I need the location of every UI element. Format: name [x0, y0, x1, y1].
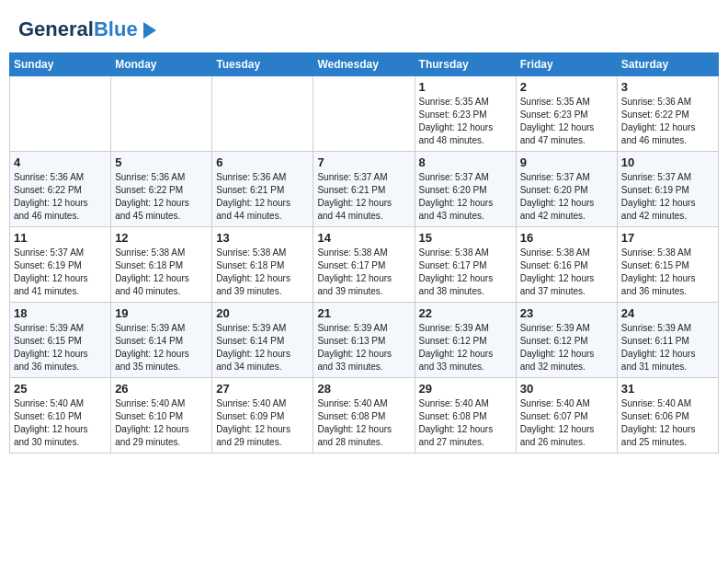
calendar-cell: 12Sunrise: 5:38 AM Sunset: 6:18 PM Dayli…	[111, 227, 212, 303]
logo-text: GeneralBlue	[18, 18, 138, 40]
day-number: 1	[419, 80, 512, 94]
day-number: 19	[115, 306, 208, 320]
day-info: Sunrise: 5:36 AM Sunset: 6:22 PM Dayligh…	[115, 171, 208, 223]
day-info: Sunrise: 5:36 AM Sunset: 6:21 PM Dayligh…	[216, 171, 309, 223]
day-number: 15	[419, 231, 512, 245]
calendar-cell: 10Sunrise: 5:37 AM Sunset: 6:19 PM Dayli…	[617, 152, 718, 227]
day-number: 16	[520, 231, 613, 245]
day-number: 21	[317, 306, 410, 320]
calendar-cell: 22Sunrise: 5:39 AM Sunset: 6:12 PM Dayli…	[415, 303, 516, 378]
calendar-week-row: 4Sunrise: 5:36 AM Sunset: 6:22 PM Daylig…	[10, 152, 719, 227]
calendar-cell	[313, 76, 415, 152]
day-number: 14	[317, 231, 410, 245]
day-info: Sunrise: 5:36 AM Sunset: 6:22 PM Dayligh…	[14, 171, 107, 223]
day-info: Sunrise: 5:40 AM Sunset: 6:09 PM Dayligh…	[216, 397, 309, 449]
day-info: Sunrise: 5:37 AM Sunset: 6:19 PM Dayligh…	[14, 247, 107, 298]
day-info: Sunrise: 5:39 AM Sunset: 6:15 PM Dayligh…	[14, 322, 107, 373]
day-of-week-header: Monday	[111, 53, 212, 76]
calendar-cell: 26Sunrise: 5:40 AM Sunset: 6:10 PM Dayli…	[111, 378, 212, 454]
calendar-cell: 31Sunrise: 5:40 AM Sunset: 6:06 PM Dayli…	[617, 378, 718, 454]
calendar-cell: 14Sunrise: 5:38 AM Sunset: 6:17 PM Dayli…	[313, 227, 415, 303]
day-number: 4	[14, 155, 107, 169]
day-number: 8	[419, 155, 512, 169]
day-info: Sunrise: 5:40 AM Sunset: 6:08 PM Dayligh…	[419, 397, 512, 449]
day-number: 30	[520, 382, 613, 396]
day-of-week-header: Friday	[516, 53, 617, 76]
calendar-cell	[212, 76, 313, 152]
calendar-cell: 4Sunrise: 5:36 AM Sunset: 6:22 PM Daylig…	[10, 152, 111, 227]
page-header: GeneralBlue	[9, 9, 719, 45]
calendar-week-row: 18Sunrise: 5:39 AM Sunset: 6:15 PM Dayli…	[10, 303, 719, 378]
day-info: Sunrise: 5:40 AM Sunset: 6:08 PM Dayligh…	[317, 397, 410, 449]
calendar-week-row: 1Sunrise: 5:35 AM Sunset: 6:23 PM Daylig…	[10, 76, 719, 152]
day-number: 26	[115, 382, 208, 396]
calendar-cell: 18Sunrise: 5:39 AM Sunset: 6:15 PM Dayli…	[10, 303, 111, 378]
calendar-cell: 2Sunrise: 5:35 AM Sunset: 6:23 PM Daylig…	[516, 76, 617, 152]
day-info: Sunrise: 5:39 AM Sunset: 6:13 PM Dayligh…	[317, 322, 410, 373]
calendar-cell: 25Sunrise: 5:40 AM Sunset: 6:10 PM Dayli…	[10, 378, 111, 454]
calendar-cell: 13Sunrise: 5:38 AM Sunset: 6:18 PM Dayli…	[212, 227, 313, 303]
calendar-header-row: SundayMondayTuesdayWednesdayThursdayFrid…	[10, 53, 719, 76]
logo: GeneralBlue	[18, 18, 156, 40]
day-number: 7	[317, 155, 410, 169]
day-info: Sunrise: 5:37 AM Sunset: 6:20 PM Dayligh…	[520, 171, 613, 223]
day-info: Sunrise: 5:39 AM Sunset: 6:14 PM Dayligh…	[115, 322, 208, 373]
calendar-cell: 28Sunrise: 5:40 AM Sunset: 6:08 PM Dayli…	[313, 378, 415, 454]
day-info: Sunrise: 5:37 AM Sunset: 6:20 PM Dayligh…	[419, 171, 512, 223]
day-number: 11	[14, 231, 107, 245]
calendar-cell: 9Sunrise: 5:37 AM Sunset: 6:20 PM Daylig…	[516, 152, 617, 227]
day-info: Sunrise: 5:37 AM Sunset: 6:19 PM Dayligh…	[621, 171, 714, 223]
day-number: 31	[621, 382, 714, 396]
calendar-cell: 24Sunrise: 5:39 AM Sunset: 6:11 PM Dayli…	[617, 303, 718, 378]
calendar-cell: 11Sunrise: 5:37 AM Sunset: 6:19 PM Dayli…	[10, 227, 111, 303]
day-info: Sunrise: 5:38 AM Sunset: 6:15 PM Dayligh…	[621, 247, 714, 298]
calendar-cell: 23Sunrise: 5:39 AM Sunset: 6:12 PM Dayli…	[516, 303, 617, 378]
day-number: 2	[520, 80, 613, 94]
calendar-cell: 6Sunrise: 5:36 AM Sunset: 6:21 PM Daylig…	[212, 152, 313, 227]
calendar-week-row: 25Sunrise: 5:40 AM Sunset: 6:10 PM Dayli…	[10, 378, 719, 454]
day-info: Sunrise: 5:39 AM Sunset: 6:12 PM Dayligh…	[520, 322, 613, 373]
day-number: 25	[14, 382, 107, 396]
day-number: 29	[419, 382, 512, 396]
calendar-cell: 20Sunrise: 5:39 AM Sunset: 6:14 PM Dayli…	[212, 303, 313, 378]
calendar-cell	[10, 76, 111, 152]
day-info: Sunrise: 5:38 AM Sunset: 6:16 PM Dayligh…	[520, 247, 613, 298]
day-info: Sunrise: 5:35 AM Sunset: 6:23 PM Dayligh…	[520, 96, 613, 147]
calendar-cell: 8Sunrise: 5:37 AM Sunset: 6:20 PM Daylig…	[415, 152, 516, 227]
logo-arrow-icon	[143, 22, 156, 39]
day-info: Sunrise: 5:40 AM Sunset: 6:06 PM Dayligh…	[621, 397, 714, 449]
day-info: Sunrise: 5:38 AM Sunset: 6:17 PM Dayligh…	[317, 247, 410, 298]
calendar-cell: 15Sunrise: 5:38 AM Sunset: 6:17 PM Dayli…	[415, 227, 516, 303]
day-number: 13	[216, 231, 309, 245]
day-number: 12	[115, 231, 208, 245]
calendar-cell: 19Sunrise: 5:39 AM Sunset: 6:14 PM Dayli…	[111, 303, 212, 378]
day-number: 18	[14, 306, 107, 320]
day-number: 9	[520, 155, 613, 169]
day-info: Sunrise: 5:37 AM Sunset: 6:21 PM Dayligh…	[317, 171, 410, 223]
day-info: Sunrise: 5:38 AM Sunset: 6:18 PM Dayligh…	[216, 247, 309, 298]
day-info: Sunrise: 5:39 AM Sunset: 6:11 PM Dayligh…	[621, 322, 714, 373]
calendar-table: SundayMondayTuesdayWednesdayThursdayFrid…	[9, 52, 719, 454]
day-of-week-header: Wednesday	[313, 53, 415, 76]
day-of-week-header: Saturday	[617, 53, 718, 76]
calendar-cell: 1Sunrise: 5:35 AM Sunset: 6:23 PM Daylig…	[415, 76, 516, 152]
day-info: Sunrise: 5:40 AM Sunset: 6:10 PM Dayligh…	[14, 397, 107, 449]
day-info: Sunrise: 5:40 AM Sunset: 6:07 PM Dayligh…	[520, 397, 613, 449]
calendar-cell: 17Sunrise: 5:38 AM Sunset: 6:15 PM Dayli…	[617, 227, 718, 303]
calendar-cell: 16Sunrise: 5:38 AM Sunset: 6:16 PM Dayli…	[516, 227, 617, 303]
day-info: Sunrise: 5:36 AM Sunset: 6:22 PM Dayligh…	[621, 96, 714, 147]
day-info: Sunrise: 5:39 AM Sunset: 6:14 PM Dayligh…	[216, 322, 309, 373]
calendar-cell: 30Sunrise: 5:40 AM Sunset: 6:07 PM Dayli…	[516, 378, 617, 454]
calendar-cell: 29Sunrise: 5:40 AM Sunset: 6:08 PM Dayli…	[415, 378, 516, 454]
day-number: 6	[216, 155, 309, 169]
day-number: 17	[621, 231, 714, 245]
day-of-week-header: Sunday	[10, 53, 111, 76]
calendar-cell: 5Sunrise: 5:36 AM Sunset: 6:22 PM Daylig…	[111, 152, 212, 227]
day-number: 23	[520, 306, 613, 320]
day-of-week-header: Tuesday	[212, 53, 313, 76]
day-info: Sunrise: 5:38 AM Sunset: 6:18 PM Dayligh…	[115, 247, 208, 298]
day-info: Sunrise: 5:38 AM Sunset: 6:17 PM Dayligh…	[419, 247, 512, 298]
day-number: 3	[621, 80, 714, 94]
day-number: 5	[115, 155, 208, 169]
day-of-week-header: Thursday	[415, 53, 516, 76]
